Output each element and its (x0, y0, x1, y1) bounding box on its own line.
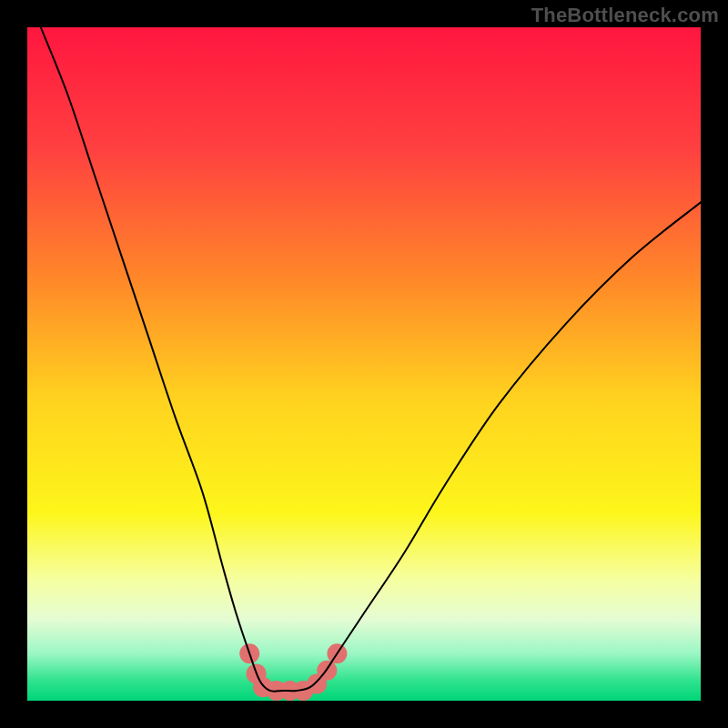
plot-area (27, 27, 701, 701)
watermark-text: TheBottleneck.com (531, 4, 719, 27)
chart-frame: TheBottleneck.com (0, 0, 728, 728)
chart-svg (27, 27, 701, 701)
gradient-background (27, 27, 701, 701)
